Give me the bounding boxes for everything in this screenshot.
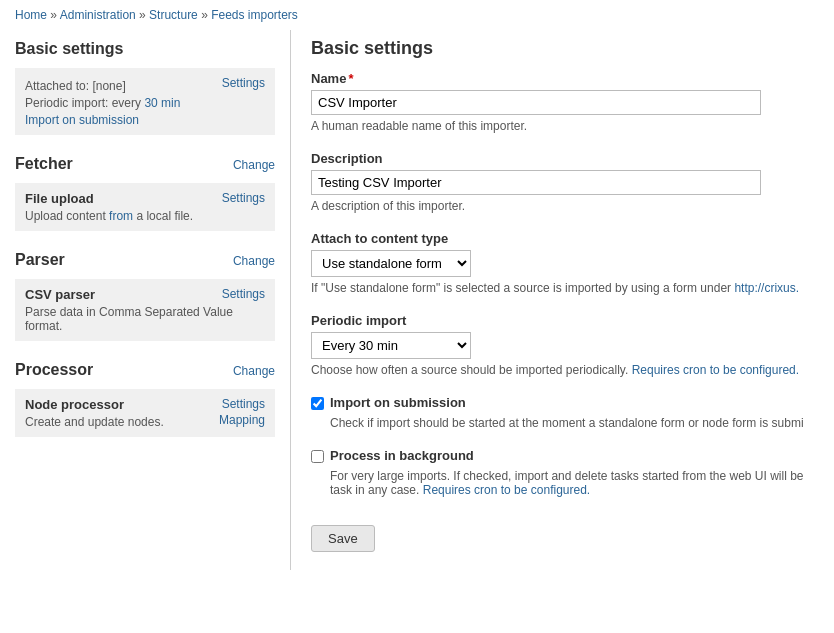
breadcrumb-home[interactable]: Home: [15, 8, 47, 22]
sidebar-basic-settings-title: Basic settings: [15, 30, 123, 64]
description-group: Description A description of this import…: [311, 151, 819, 213]
sidebar-parser-title: Parser: [15, 241, 65, 275]
name-group: Name* A human readable name of this impo…: [311, 71, 819, 133]
sidebar-parser-block: Settings CSV parser Parse data in Comma …: [15, 279, 275, 341]
name-input[interactable]: [311, 90, 761, 115]
import-sub-label[interactable]: Import on submission: [330, 395, 466, 410]
periodic-label: Periodic import: [311, 313, 819, 328]
periodic-cron-link[interactable]: Requires cron to be configured.: [632, 363, 799, 377]
processor-settings-link[interactable]: Settings: [222, 397, 265, 411]
sidebar-periodic-text: Periodic import: every 30 min: [25, 96, 265, 110]
name-label: Name*: [311, 71, 819, 86]
description-label: Description: [311, 151, 819, 166]
process-background-checkbox[interactable]: [311, 450, 324, 463]
sidebar-processor-title: Processor: [15, 351, 93, 385]
sidebar-processor-block: Settings Mapping Node processor Create a…: [15, 389, 275, 437]
parser-change-link[interactable]: Change: [233, 254, 275, 268]
periodic-hint: Choose how often a source should be impo…: [311, 363, 819, 377]
parser-block-text: Parse data in Comma Separated Value form…: [25, 305, 265, 333]
sidebar-basic-settings-block: Settings Attached to: [none] Periodic im…: [15, 68, 275, 135]
attach-group: Attach to content type Use standalone fo…: [311, 231, 819, 295]
save-button[interactable]: Save: [311, 525, 375, 552]
fetcher-settings-link[interactable]: Settings: [222, 191, 265, 205]
breadcrumb-admin[interactable]: Administration: [60, 8, 136, 22]
periodic-link[interactable]: 30 min: [144, 96, 180, 110]
sidebar-fetcher-title: Fetcher: [15, 145, 73, 179]
processor-mapping-link[interactable]: Mapping: [219, 413, 265, 427]
parser-settings-link[interactable]: Settings: [222, 287, 265, 301]
breadcrumb: Home » Administration » Structure » Feed…: [0, 0, 834, 30]
import-submission-checkbox[interactable]: [311, 397, 324, 410]
description-hint: A description of this importer.: [311, 199, 819, 213]
process-bg-label[interactable]: Process in background: [330, 448, 474, 463]
fetcher-change-link[interactable]: Change: [233, 158, 275, 172]
import-sub-group: Import on submission Check if import sho…: [311, 395, 819, 430]
fetcher-from-link[interactable]: from: [109, 209, 133, 223]
sidebar-import-sub-text: Import on submission: [25, 113, 265, 127]
sidebar-fetcher-block: Settings File upload Upload content from…: [15, 183, 275, 231]
import-sub-link[interactable]: Import on submission: [25, 113, 139, 127]
main-content: Basic settings Name* A human readable na…: [290, 30, 819, 570]
periodic-select[interactable]: Every 30 min Every 1 hour Every 6 hours …: [311, 332, 471, 359]
attach-hint: If "Use standalone form" is selected a s…: [311, 281, 819, 295]
processor-change-link[interactable]: Change: [233, 364, 275, 378]
process-bg-cron-link[interactable]: Requires cron to be configured.: [423, 483, 590, 497]
sidebar-basic-settings-action[interactable]: Settings: [222, 76, 265, 90]
description-input[interactable]: [311, 170, 761, 195]
process-bg-desc: For very large imports. If checked, impo…: [330, 469, 819, 497]
process-bg-group: Process in background For very large imp…: [311, 448, 819, 497]
breadcrumb-structure[interactable]: Structure: [149, 8, 198, 22]
save-group: Save: [311, 515, 819, 552]
attach-label: Attach to content type: [311, 231, 819, 246]
fetcher-block-text: Upload content from a local file.: [25, 209, 265, 223]
page-title: Basic settings: [311, 30, 819, 71]
name-hint: A human readable name of this importer.: [311, 119, 819, 133]
attach-select[interactable]: Use standalone form Article Page: [311, 250, 471, 277]
import-sub-desc: Check if import should be started at the…: [330, 416, 819, 430]
sidebar: Basic settings Settings Attached to: [no…: [15, 30, 290, 570]
attach-hint-link[interactable]: http://crixus.: [734, 281, 799, 295]
periodic-group: Periodic import Every 30 min Every 1 hou…: [311, 313, 819, 377]
breadcrumb-feeds-importers[interactable]: Feeds importers: [211, 8, 298, 22]
